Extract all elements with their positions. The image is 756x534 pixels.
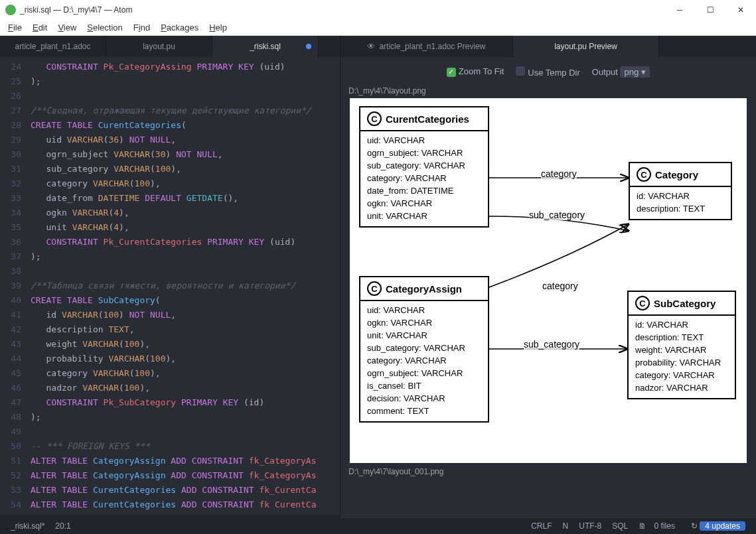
close-button[interactable]: ✕ bbox=[725, 0, 756, 20]
entity-category: CCategory id: VARCHARdescription: TEXT bbox=[629, 162, 732, 220]
menubar: File Edit View Selection Find Packages H… bbox=[0, 20, 756, 36]
output-format-select[interactable]: png ▾ bbox=[620, 66, 650, 78]
entity-categoryassign: CCategoryAssign uid: VARCHARogkn: VARCHA… bbox=[359, 276, 489, 423]
left-tabs: article_plant_n1.adoc layout.pu _riski.s… bbox=[0, 36, 340, 57]
preview-diagram: category sub_category category sub_categ… bbox=[350, 98, 747, 463]
menu-selection[interactable]: Selection bbox=[82, 21, 127, 34]
tab-article[interactable]: article_plant_n1.adoc bbox=[0, 36, 106, 57]
preview-toolbar: ✓Zoom To Fit Use Temp Dir Output png ▾ bbox=[340, 57, 756, 86]
statusbar: _riski.sql* 20:1 CRLF N UTF-8 SQL 🗎 0 fi… bbox=[0, 518, 756, 534]
tab-riski-sql[interactable]: _riski.sql bbox=[212, 36, 319, 57]
preview-path-top: D:\_my\4\7\layout.png bbox=[340, 86, 756, 98]
menu-find[interactable]: Find bbox=[128, 21, 155, 34]
window-title: _riski.sql — D:\_my\4\7 — Atom bbox=[20, 5, 664, 15]
status-git[interactable]: 🗎 0 files bbox=[633, 521, 686, 531]
code-editor[interactable]: CONSTRAINT Pk_CategoryAssing PRIMARY KEY… bbox=[28, 57, 340, 515]
tab-preview-layout[interactable]: layout.pu Preview bbox=[513, 36, 659, 57]
entity-curentcategories: CCurentCategories uid: VARCHARogrn_subje… bbox=[359, 106, 489, 228]
rel-label: sub_category bbox=[524, 339, 579, 350]
status-pos[interactable]: 20:1 bbox=[50, 521, 76, 531]
status-norm[interactable]: N bbox=[558, 521, 574, 531]
line-gutter: 2425262728293031323334353637383940414243… bbox=[0, 57, 28, 515]
modified-dot-icon bbox=[306, 44, 311, 49]
rel-label: sub_category bbox=[529, 210, 585, 220]
tab-layout[interactable]: layout.pu bbox=[106, 36, 212, 57]
entity-subcategory: CSubCategory id: VARCHARdescription: TEX… bbox=[627, 291, 736, 399]
preview-path-bottom: D:\_my\4\7\layout_001.png bbox=[340, 467, 756, 479]
status-eol[interactable]: CRLF bbox=[526, 521, 557, 531]
menu-help[interactable]: Help bbox=[204, 21, 232, 34]
rel-label: category bbox=[542, 281, 578, 291]
menu-file[interactable]: File bbox=[3, 21, 27, 34]
eye-icon: 👁 bbox=[367, 42, 375, 51]
status-file[interactable]: _riski.sql* bbox=[5, 521, 50, 531]
minimize-button[interactable]: ─ bbox=[664, 0, 695, 20]
status-lang[interactable]: SQL bbox=[607, 521, 633, 531]
use-temp-dir-toggle[interactable]: Use Temp Dir bbox=[516, 66, 580, 78]
status-enc[interactable]: UTF-8 bbox=[573, 521, 607, 531]
output-label: Output png ▾ bbox=[592, 66, 650, 78]
menu-packages[interactable]: Packages bbox=[155, 21, 204, 34]
app-icon bbox=[5, 5, 16, 15]
titlebar: _riski.sql — D:\_my\4\7 — Atom ─ ☐ ✕ bbox=[0, 0, 756, 20]
right-tabs: 👁article_plant_n1.adoc Preview layout.pu… bbox=[340, 36, 756, 57]
status-updates[interactable]: ↻ 4 updates bbox=[686, 521, 751, 531]
zoom-to-fit-toggle[interactable]: ✓Zoom To Fit bbox=[447, 66, 504, 77]
maximize-button[interactable]: ☐ bbox=[695, 0, 725, 20]
menu-view[interactable]: View bbox=[52, 21, 82, 34]
tab-preview-article[interactable]: 👁article_plant_n1.adoc Preview bbox=[340, 36, 513, 57]
menu-edit[interactable]: Edit bbox=[27, 21, 52, 34]
rel-label: category bbox=[541, 168, 577, 179]
